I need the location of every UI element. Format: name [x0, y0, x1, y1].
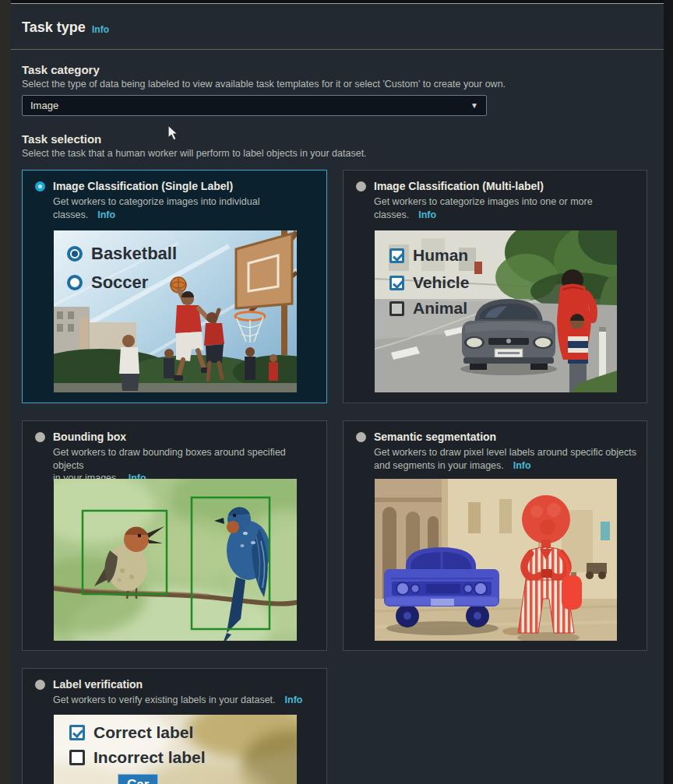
task-category-selected-value: Image: [30, 100, 58, 111]
radio-unchecked-icon: [67, 275, 83, 290]
label-verification-photo: Correct label Incorrect label Car: [54, 715, 297, 784]
preview-option-label: Vehicle: [413, 273, 469, 292]
task-type-info-link[interactable]: Info: [92, 24, 109, 35]
preview-option-label: Animal: [413, 299, 467, 318]
header-divider: [11, 49, 664, 50]
preview-checkbox-option: Incorrect label: [69, 748, 206, 767]
checkbox-unchecked-icon: [69, 750, 85, 765]
task-category-label: Task category: [22, 63, 100, 76]
checkbox-unchecked-icon: [389, 301, 404, 316]
checkbox-checked-icon: [69, 725, 85, 740]
street-photo: Human Vehicle Animal: [375, 230, 617, 392]
card-description: Get workers to verify existing labels in…: [53, 694, 318, 707]
segmentation-photo: [375, 479, 617, 641]
card-description: Get workers to categorize images into on…: [374, 195, 639, 221]
preview-option-label: Basketball: [91, 244, 177, 264]
card-title: Label verification: [53, 678, 143, 691]
radio-unselected-icon[interactable]: [356, 181, 366, 192]
preview-checkbox-option: Animal: [389, 299, 467, 318]
info-link[interactable]: Info: [418, 209, 436, 220]
card-title: Image Classification (Multi-label): [374, 180, 544, 192]
task-card-image-classification-single-label[interactable]: Image Classification (Single Label) Get …: [22, 170, 327, 403]
radio-unselected-icon[interactable]: [35, 680, 45, 690]
card-title: Image Classification (Single Label): [53, 180, 233, 192]
page-title: Task type: [22, 19, 86, 36]
preview-radio-option: Soccer: [67, 272, 148, 293]
card-description: Get workers to categorize images into in…: [53, 195, 318, 221]
task-category-description: Select the type of data being labeled to…: [22, 79, 506, 90]
preview-radio-option: Basketball: [67, 244, 177, 264]
radio-selected-icon[interactable]: [35, 181, 45, 192]
basketball-photo: Basketball Soccer: [54, 230, 297, 392]
task-card-bounding-box[interactable]: Bounding box Get workers to draw boundin…: [22, 420, 327, 651]
desc-line: classes.: [374, 209, 409, 220]
info-link[interactable]: Info: [97, 209, 115, 220]
segmentation-scene-art: [375, 479, 617, 641]
desc-line: Get workers to draw bounding boxes aroun…: [53, 447, 286, 471]
task-card-semantic-segmentation[interactable]: Semantic segmentation Get workers to dra…: [343, 420, 647, 651]
card-description: Get workers to draw pixel level labels a…: [374, 446, 639, 472]
desc-line: Get workers to categorize images into on…: [374, 196, 593, 207]
preview-option-label: Human: [413, 246, 468, 265]
task-card-image-classification-multi-label[interactable]: Image Classification (Multi-label) Get w…: [343, 170, 647, 403]
chevron-down-icon: ▼: [470, 101, 478, 110]
preview-checkbox-option: Correct label: [69, 723, 193, 742]
desc-line: and segments in your images.: [374, 460, 504, 471]
birds-scene-art: [54, 479, 297, 641]
info-link[interactable]: Info: [513, 460, 531, 471]
birds-photo: [54, 479, 297, 641]
preview-option-label: Soccer: [91, 272, 148, 293]
card-title: Bounding box: [53, 431, 126, 443]
right-margin: [664, 0, 673, 784]
preview-checkbox-option: Vehicle: [389, 273, 469, 292]
checkbox-checked-icon: [389, 248, 404, 263]
desc-line: classes.: [53, 209, 88, 220]
task-category-dropdown[interactable]: Image ▼: [22, 95, 487, 116]
task-selection-description: Select the task that a human worker will…: [22, 148, 367, 159]
desc-line: Get workers to draw pixel level labels a…: [374, 447, 636, 458]
radio-checked-icon: [67, 246, 83, 262]
radio-unselected-icon[interactable]: [35, 432, 45, 442]
checkbox-checked-icon: [389, 276, 404, 290]
car-label-tag: Car: [118, 774, 158, 784]
task-selection-label: Task selection: [22, 132, 101, 146]
preview-option-label: Incorrect label: [93, 748, 206, 767]
radio-unselected-icon[interactable]: [356, 432, 366, 442]
desc-line: Get workers to verify existing labels in…: [53, 694, 276, 705]
desc-line: Get workers to categorize images into in…: [53, 196, 259, 207]
preview-checkbox-option: Human: [389, 246, 468, 265]
preview-option-label: Correct label: [93, 723, 193, 742]
left-margin: [0, 0, 11, 784]
task-type-page: Task type Info Task category Select the …: [0, 0, 673, 784]
card-title: Semantic segmentation: [374, 431, 496, 443]
info-link[interactable]: Info: [285, 694, 303, 705]
task-card-label-verification[interactable]: Label verification Get workers to verify…: [22, 668, 327, 784]
